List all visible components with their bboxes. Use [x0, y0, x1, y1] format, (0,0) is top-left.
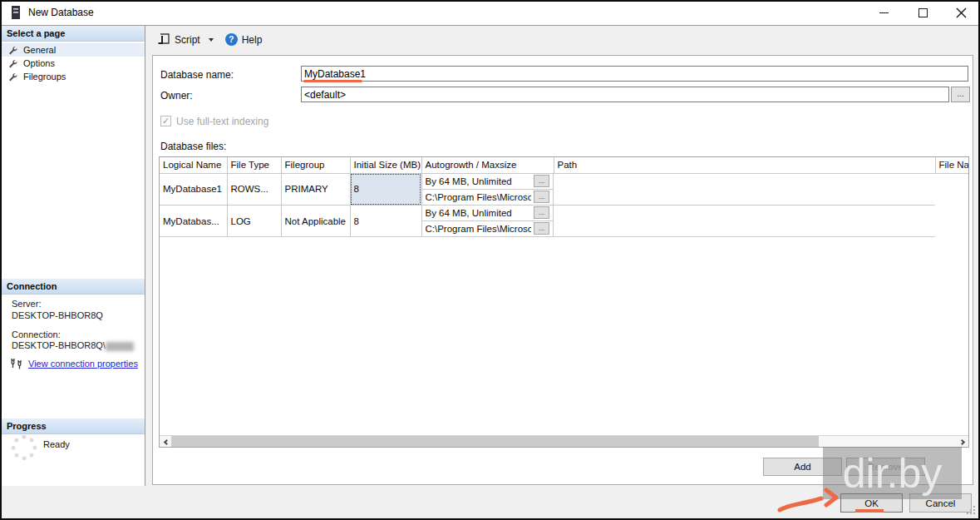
connection-header: Connection — [2, 279, 145, 295]
cell-autogrowth[interactable]: By 64 MB, Unlimited... — [422, 206, 554, 221]
sidebar-item-label: Filegroups — [23, 72, 66, 82]
cell-initial-size[interactable]: 8 — [350, 173, 421, 206]
database-name-label: Database name: — [160, 69, 234, 81]
titlebar: New Database — [0, 0, 980, 26]
resize-grip[interactable] — [973, 513, 975, 514]
autogrowth-browse-button[interactable]: ... — [534, 206, 549, 219]
close-icon — [956, 7, 967, 18]
autogrowth-browse-button[interactable]: ... — [534, 175, 549, 187]
cell-logical-name[interactable]: MyDatabas... — [160, 206, 227, 237]
sidebar: Select a page General Options Filegroups… — [2, 26, 145, 486]
cell-autogrowth[interactable]: By 64 MB, Unlimited... — [422, 174, 554, 190]
help-button-label: Help — [242, 34, 263, 46]
toolbar: Script ? Help — [146, 26, 978, 53]
table-row: MyDatabase1 ROWS... PRIMARY 8 By 64 MB, … — [160, 173, 968, 206]
table-row: MyDatabas... LOG Not Applicable 8 By 64 … — [160, 206, 968, 237]
owner-browse-button[interactable]: ... — [951, 87, 970, 102]
sidebar-item-label: General — [23, 45, 56, 55]
fulltext-indexing-checkbox[interactable]: ✓ — [160, 116, 171, 126]
cell-file-name[interactable] — [554, 173, 935, 206]
server-value: DESKTOP-BHBOR8Q — [12, 310, 103, 320]
connection-label: Connection: — [12, 329, 61, 339]
database-files-table: Logical Name File Type Filegroup Initial… — [160, 157, 968, 237]
maximize-icon — [918, 8, 928, 17]
minimize-icon — [879, 12, 889, 13]
help-button[interactable]: ? Help — [222, 30, 266, 49]
close-button[interactable] — [943, 1, 980, 25]
database-name-input[interactable] — [301, 66, 968, 82]
maximize-button[interactable] — [904, 1, 942, 25]
view-connection-properties-row: View connection properties — [9, 358, 138, 369]
wrench-icon — [8, 59, 17, 68]
column-header-path[interactable]: Path — [554, 157, 935, 173]
cell-file-type[interactable]: LOG — [227, 206, 281, 237]
database-files-grid: Logical Name File Type Filegroup Initial… — [159, 156, 969, 448]
general-page-panel: Database name: Owner: ... ✓ Use full-tex… — [152, 55, 973, 485]
progress-header: Progress — [2, 418, 145, 434]
column-header-autogrowth[interactable]: Autogrowth / Maxsize — [421, 157, 554, 173]
new-database-dialog: New Database Select a page General Optio… — [0, 0, 980, 520]
owner-label: Owner: — [160, 90, 193, 102]
fulltext-indexing-label: Use full-text indexing — [176, 116, 268, 127]
cell-path[interactable]: C:\Program Files\Microsoft SQL Server\MS… — [422, 221, 554, 237]
ok-button[interactable]: OK — [840, 493, 903, 513]
column-header-file-type[interactable]: File Type — [227, 157, 281, 173]
help-icon: ? — [225, 33, 238, 46]
minimize-button[interactable] — [865, 1, 903, 25]
window-title: New Database — [28, 0, 94, 25]
view-connection-properties-link[interactable]: View connection properties — [28, 359, 138, 369]
cancel-button[interactable]: Cancel — [909, 493, 972, 513]
select-page-header: Select a page — [2, 26, 145, 42]
scrollbar-thumb[interactable] — [171, 436, 819, 448]
column-header-file-name[interactable]: File Name — [935, 157, 968, 173]
check-icon: ✓ — [162, 116, 170, 126]
table-header-row: Logical Name File Type Filegroup Initial… — [160, 157, 968, 173]
database-window-icon — [11, 6, 22, 23]
horizontal-scrollbar — [160, 435, 968, 447]
cell-logical-name[interactable]: MyDatabase1 — [160, 173, 227, 206]
sidebar-item-options[interactable]: Options — [2, 57, 145, 70]
redacted-username — [106, 342, 134, 351]
cell-file-type[interactable]: ROWS... — [227, 173, 281, 206]
remove-button[interactable]: Remove — [846, 458, 925, 476]
add-button[interactable]: Add — [763, 458, 842, 476]
chevron-right-icon — [958, 438, 964, 444]
progress-status: Ready — [43, 439, 70, 449]
scroll-right-button[interactable] — [957, 436, 968, 448]
sidebar-item-label: Options — [23, 58, 55, 68]
server-label: Server: — [12, 299, 41, 309]
connection-value: DESKTOP-BHBOR8Q\ — [12, 340, 134, 351]
connection-properties-icon — [9, 358, 22, 369]
cell-filegroup[interactable]: Not Applicable — [281, 206, 350, 237]
path-browse-button[interactable]: ... — [534, 191, 549, 203]
database-files-label: Database files: — [160, 141, 226, 152]
column-header-logical-name[interactable]: Logical Name — [160, 157, 227, 173]
progress-spinner-icon — [12, 435, 37, 460]
script-button-label: Script — [175, 34, 200, 46]
cell-file-name[interactable] — [554, 206, 935, 237]
owner-input[interactable] — [301, 87, 949, 102]
footer-bar — [2, 486, 978, 518]
script-icon — [157, 33, 170, 46]
sidebar-item-filegroups[interactable]: Filegroups — [2, 70, 145, 83]
path-browse-button[interactable]: ... — [534, 222, 549, 235]
wrench-icon — [8, 46, 17, 55]
cell-path[interactable]: C:\Program Files\Microsoft SQL Server\MS… — [422, 190, 554, 206]
chevron-left-icon — [163, 438, 169, 444]
scroll-left-button[interactable] — [160, 436, 171, 448]
script-dropdown-button[interactable] — [204, 35, 219, 45]
wrench-icon — [8, 72, 17, 82]
chevron-down-icon — [209, 38, 214, 42]
cell-filegroup[interactable]: PRIMARY — [281, 173, 350, 206]
sidebar-item-general[interactable]: General — [2, 43, 145, 57]
column-header-initial-size[interactable]: Initial Size (MB) — [350, 157, 421, 173]
column-header-filegroup[interactable]: Filegroup — [281, 157, 350, 173]
cell-initial-size[interactable]: 8 — [350, 206, 421, 237]
script-button[interactable]: Script — [154, 30, 204, 49]
